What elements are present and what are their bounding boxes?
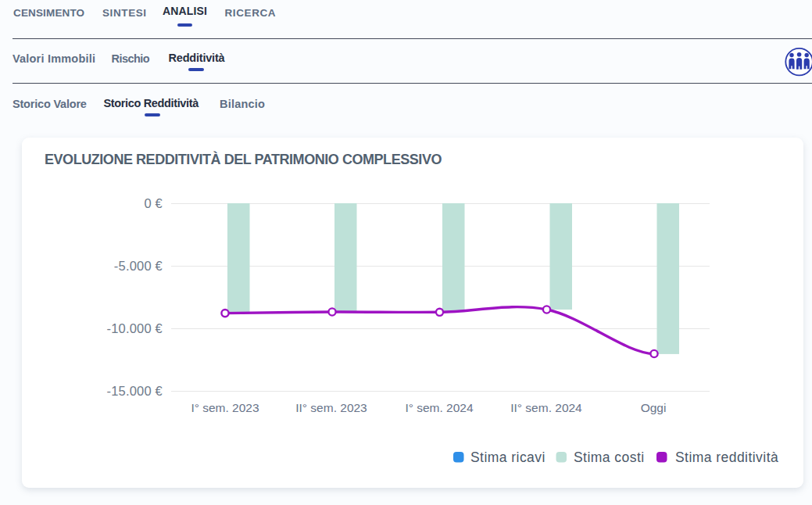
svg-text:Oggi: Oggi (641, 401, 667, 414)
svg-text:-10.000 €: -10.000 € (106, 321, 163, 335)
svg-text:0 €: 0 € (144, 196, 163, 210)
svg-text:-5.000 €: -5.000 € (114, 259, 163, 273)
svg-text:Stima redditività: Stima redditività (675, 449, 778, 465)
svg-text:Stima ricavi: Stima ricavi (470, 449, 546, 465)
svg-text:II° sem. 2024: II° sem. 2024 (510, 401, 582, 414)
svg-text:EVOLUZIONE REDDITIVITÀ DEL PAT: EVOLUZIONE REDDITIVITÀ DEL PATRIMONIO CO… (45, 151, 442, 167)
svg-text:-15.000 €: -15.000 € (106, 384, 163, 398)
svg-text:II° sem. 2023: II° sem. 2023 (295, 401, 367, 414)
svg-text:Stima costi: Stima costi (574, 449, 645, 465)
svg-text:I° sem. 2024: I° sem. 2024 (405, 401, 474, 414)
svg-text:I° sem. 2023: I° sem. 2023 (191, 401, 259, 414)
